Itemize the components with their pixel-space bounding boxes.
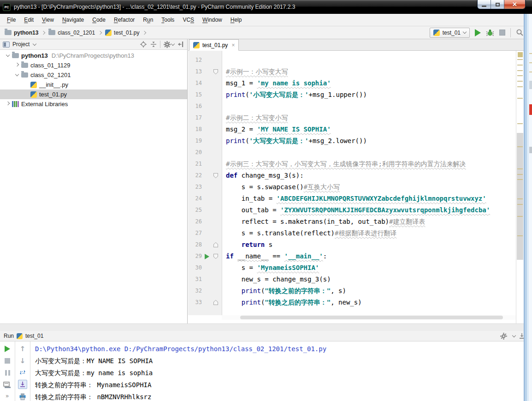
code-line: 13#示例一：小写变大写 <box>188 66 516 78</box>
gutter-fold-slot[interactable] <box>212 68 219 76</box>
code-text: msg_1 = 'my name is sophia' <box>222 78 516 89</box>
menu-item-view[interactable]: View <box>38 14 58 26</box>
chevron-down-icon[interactable] <box>33 42 36 45</box>
gutter-fold-slot[interactable] <box>212 172 219 180</box>
prev-trace-button[interactable]: ↑ <box>18 344 27 353</box>
minimize-button[interactable] <box>478 0 491 9</box>
restart-button[interactable] <box>18 368 27 377</box>
gutter-fold-slot <box>212 218 219 226</box>
menu-item-code[interactable]: Code <box>88 14 110 26</box>
error-stripe[interactable] <box>516 51 524 323</box>
settings-button[interactable] <box>163 41 171 48</box>
tree-chevron-slot[interactable] <box>4 103 12 105</box>
warning-stripe-mark[interactable] <box>517 179 523 180</box>
run-console[interactable]: D:\Python34\python.exe D:/PyChramProgect… <box>30 341 532 401</box>
menu-item-file[interactable]: File <box>3 14 20 26</box>
search-everywhere-button[interactable] <box>516 29 524 36</box>
project-tool-icon <box>3 42 10 48</box>
editor-gutter: 12 <box>188 54 222 66</box>
locate-file-button[interactable] <box>140 41 147 48</box>
editor-gutter: 33 <box>188 297 222 308</box>
hscroll-thumb[interactable] <box>240 316 503 319</box>
code-text: def change_msg_3(s): <box>222 170 516 181</box>
panel-splitter[interactable] <box>0 323 532 331</box>
menu-item-edit[interactable]: Edit <box>20 14 38 26</box>
tab-test-01[interactable]: test_01.py × <box>189 39 239 51</box>
maximize-button[interactable] <box>491 0 504 9</box>
rerun-button[interactable] <box>3 344 12 353</box>
breadcrumb-item[interactable]: python13 <box>5 30 38 36</box>
next-trace-button[interactable]: ↓ <box>18 356 27 365</box>
fold-start-marker[interactable] <box>213 69 218 74</box>
fold-start-marker[interactable] <box>213 173 218 178</box>
warning-stripe-mark[interactable] <box>517 65 523 66</box>
warning-stripe-mark[interactable] <box>517 123 523 124</box>
more-actions-button[interactable]: » <box>6 393 9 399</box>
tree-chevron-slot[interactable] <box>13 74 21 76</box>
warning-stripe-mark[interactable] <box>517 59 523 60</box>
close-tab-icon[interactable]: × <box>231 42 235 48</box>
editor-gutter: 31 <box>188 274 222 285</box>
fold-end-marker[interactable] <box>213 300 218 305</box>
debug-button[interactable] <box>486 29 494 37</box>
code-text: new_s = change_msg_3(s) <box>222 274 516 285</box>
tree-row[interactable]: class_01_1129 <box>0 60 187 70</box>
warning-stripe-mark[interactable] <box>517 235 523 236</box>
warning-stripe-mark[interactable] <box>517 216 523 217</box>
stop-button[interactable] <box>499 30 505 36</box>
tree-row[interactable]: External Libraries <box>0 99 187 109</box>
scroll-to-end-button[interactable] <box>18 380 27 389</box>
warning-stripe-mark[interactable] <box>517 98 523 99</box>
menu-item-tools[interactable]: Tools <box>157 14 178 26</box>
breadcrumb-item[interactable]: test_01.py <box>105 30 139 36</box>
warning-stripe-mark[interactable] <box>517 86 523 87</box>
show-console-button[interactable] <box>3 380 12 389</box>
fold-end-marker[interactable] <box>213 242 218 247</box>
vscroll-thumb[interactable] <box>517 133 523 260</box>
menu-item-vcs[interactable]: VCS <box>178 14 198 26</box>
editor-body[interactable]: 111213#示例一：小写变大写14msg_1 = 'my name is so… <box>188 51 524 323</box>
close-button[interactable]: ✕ <box>504 0 525 9</box>
menu-item-window[interactable]: Window <box>198 14 226 26</box>
tree-chevron-slot[interactable] <box>13 65 21 66</box>
warning-stripe-mark[interactable] <box>517 70 523 71</box>
menu-item-navigate[interactable]: Navigate <box>58 14 88 26</box>
warning-stripe-mark[interactable] <box>517 168 523 169</box>
warning-stripe-mark[interactable] <box>517 174 523 175</box>
warning-stripe-mark[interactable] <box>517 81 523 82</box>
project-panel-title[interactable]: Project <box>12 41 30 48</box>
stop-button[interactable] <box>3 356 12 365</box>
gutter-run-slot[interactable] <box>203 253 211 260</box>
horizontal-scrollbar[interactable] <box>222 315 516 320</box>
line-number: 29 <box>188 251 202 262</box>
run-button[interactable] <box>475 29 481 36</box>
warning-stripe-mark[interactable] <box>517 198 523 199</box>
collapse-all-button[interactable] <box>150 41 157 48</box>
warning-stripe-mark[interactable] <box>517 75 523 76</box>
warning-stripe-mark[interactable] <box>517 146 523 147</box>
library-icon <box>12 101 19 107</box>
menu-item-run[interactable]: Run <box>139 14 157 26</box>
pause-button[interactable] <box>3 368 12 377</box>
gutter-fold-slot[interactable] <box>212 241 219 249</box>
pause-icon <box>5 370 10 376</box>
code-line: 20 <box>188 147 516 158</box>
menu-item-refactor[interactable]: Refactor <box>110 14 139 26</box>
tree-row[interactable]: python13D:\PyChramProgects\python13 <box>0 51 187 60</box>
fold-start-marker[interactable] <box>213 254 218 259</box>
gutter-fold-slot[interactable] <box>212 299 219 306</box>
menu-item-help[interactable]: Help <box>226 14 246 26</box>
more-actions-button[interactable]: » <box>21 393 24 399</box>
hide-panel-button[interactable] <box>177 41 184 48</box>
tree-row[interactable]: __init__.py <box>0 80 187 90</box>
breadcrumb-item[interactable]: class_02_1201 <box>48 30 95 36</box>
warning-stripe-mark[interactable] <box>517 204 523 205</box>
folder-icon <box>21 63 28 68</box>
tree-row[interactable]: test_01.py <box>0 90 187 99</box>
run-panel-header: Run test_01 <box>0 331 532 341</box>
tree-row[interactable]: class_02_1201 <box>0 70 187 80</box>
run-config-select[interactable]: test_01 <box>430 28 470 38</box>
gutter-fold-slot[interactable] <box>212 253 219 260</box>
run-settings-button[interactable] <box>500 332 507 340</box>
tree-chevron-slot[interactable] <box>4 55 12 56</box>
